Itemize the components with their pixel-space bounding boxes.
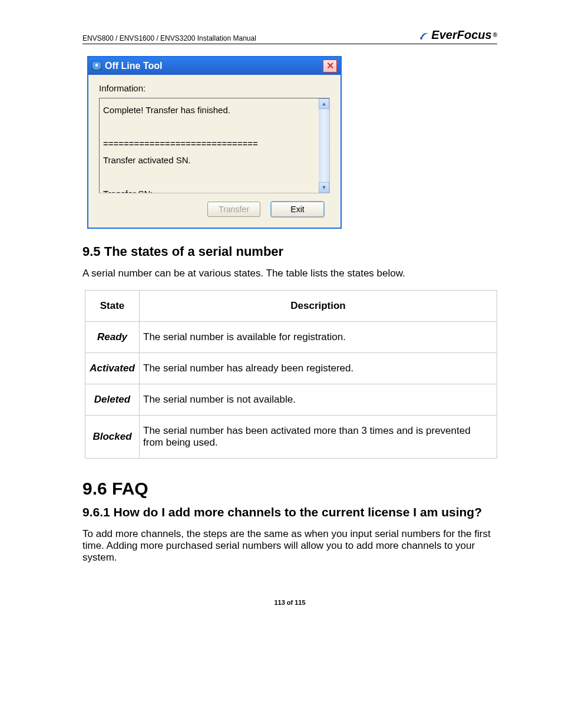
brand-text: EverFocus bbox=[431, 28, 491, 42]
page-header: ENVS800 / ENVS1600 / ENVS3200 Installati… bbox=[82, 28, 497, 44]
info-textarea[interactable]: Complete! Transfer has finished. =======… bbox=[99, 98, 330, 193]
section-9-6-1-body: To add more channels, the steps are the … bbox=[82, 528, 497, 564]
brand-reg-icon: ® bbox=[493, 32, 497, 38]
table-row: Activated The serial number has already … bbox=[85, 353, 497, 384]
scroll-up-icon[interactable]: ▲ bbox=[319, 98, 329, 109]
table-row: Blocked The serial number has been activ… bbox=[85, 415, 497, 458]
app-icon bbox=[92, 61, 101, 71]
dialog-title: Off Line Tool bbox=[105, 61, 319, 71]
information-label: Information: bbox=[99, 83, 330, 93]
th-description: Description bbox=[140, 290, 497, 321]
desc-cell: The serial number has been activated mor… bbox=[140, 415, 497, 458]
doc-title: ENVS800 / ENVS1600 / ENVS3200 Installati… bbox=[82, 34, 256, 42]
desc-cell: The serial number is available for regis… bbox=[140, 321, 497, 353]
close-icon[interactable]: ✕ bbox=[323, 60, 337, 73]
dialog-titlebar[interactable]: Off Line Tool ✕ bbox=[88, 57, 340, 75]
scrollbar[interactable]: ▲ ▼ bbox=[319, 98, 329, 193]
state-cell: Blocked bbox=[85, 415, 140, 458]
transfer-button: Transfer bbox=[207, 202, 260, 217]
state-cell: Deleted bbox=[85, 384, 140, 415]
section-9-5-intro: A serial number can be at various states… bbox=[82, 268, 497, 279]
section-9-5-heading: 9.5 The states of a serial number bbox=[82, 244, 497, 259]
svg-point-0 bbox=[420, 37, 422, 39]
offline-tool-dialog: Off Line Tool ✕ Information: Complete! T… bbox=[87, 56, 342, 229]
desc-cell: The serial number has already been regis… bbox=[140, 353, 497, 384]
state-table: State Description Ready The serial numbe… bbox=[85, 290, 497, 459]
table-row: Deleted The serial number is not availab… bbox=[85, 384, 497, 415]
brand-swoosh-icon bbox=[419, 30, 430, 41]
section-9-6-heading: 9.6 FAQ bbox=[82, 479, 497, 499]
page-number: 113 of 115 bbox=[82, 599, 497, 606]
exit-button[interactable]: Exit bbox=[271, 202, 324, 217]
section-9-6-1-heading: 9.6.1 How do I add more channels to the … bbox=[82, 505, 497, 520]
scroll-track[interactable] bbox=[319, 109, 329, 182]
state-cell: Activated bbox=[85, 353, 140, 384]
brand-logo: EverFocus® bbox=[419, 28, 497, 42]
th-state: State bbox=[85, 290, 140, 321]
table-row: Ready The serial number is available for… bbox=[85, 321, 497, 353]
state-cell: Ready bbox=[85, 321, 140, 353]
scroll-down-icon[interactable]: ▼ bbox=[319, 182, 329, 193]
desc-cell: The serial number is not available. bbox=[140, 384, 497, 415]
info-text: Complete! Transfer has finished. =======… bbox=[100, 98, 319, 193]
